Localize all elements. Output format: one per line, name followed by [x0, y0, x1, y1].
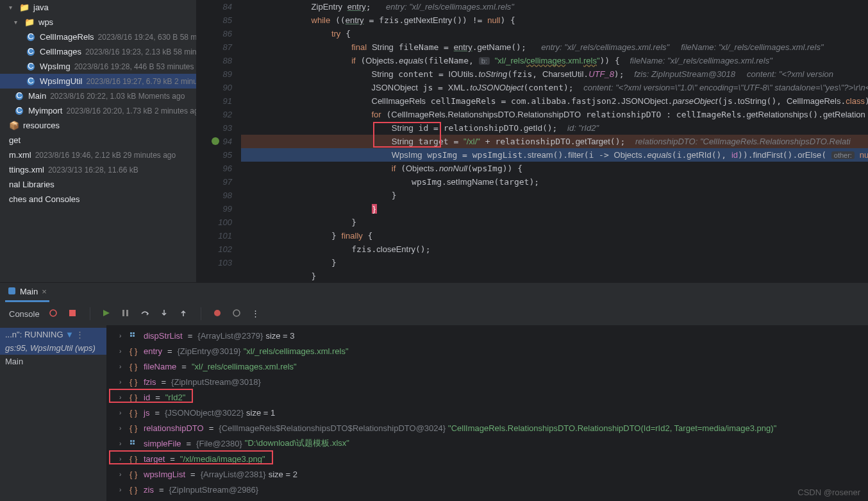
svg-rect-22	[133, 335, 135, 337]
folder-icon: 📁	[19, 3, 29, 13]
sidebar-item-ttingsxml[interactable]: ttings.xml 2023/3/13 16:28, 11.66 kB	[0, 162, 196, 177]
tab-main[interactable]: Main ×	[5, 283, 49, 302]
thread-row[interactable]: ...n": RUNNING ▼ ⋮	[0, 328, 106, 341]
expand-icon[interactable]: ›	[119, 425, 127, 432]
variable-row[interactable]: ›{ }wpsImgList = {ArrayList@2381} size =…	[106, 466, 868, 482]
frame-row[interactable]: gs:95, WpsImgUtil (wps)	[0, 341, 106, 355]
breakpoint-icon[interactable]	[213, 309, 223, 319]
var-name: dispStrList	[144, 331, 183, 341]
expand-icon[interactable]: ›	[119, 440, 127, 447]
sidebar-item-scratches[interactable]: ches and Consoles	[0, 192, 196, 207]
sidebar-item-wpsimgutil[interactable]: CWpsImgUtil 2023/8/16 19:27, 6.79 kB 2 m…	[0, 74, 196, 89]
expand-icon[interactable]: ›	[119, 455, 127, 463]
expand-icon[interactable]: ›	[119, 471, 127, 478]
bug-icon[interactable]	[49, 309, 59, 319]
var-type: {ZipInputStream@2986}	[169, 485, 258, 495]
resume-icon[interactable]	[102, 309, 112, 319]
sidebar-item-java[interactable]: ▾📁java	[0, 0, 196, 15]
variable-row[interactable]: ›simpleFile = {File@2380} "D:\download\试…	[106, 436, 868, 451]
sidebar-item-cellimagerels[interactable]: CCellImageRels 2023/8/16 19:24, 630 B 58…	[0, 30, 196, 44]
var-type-icon: { }	[129, 377, 141, 387]
variable-row[interactable]: ›{ }fileName = "xl/_rels/cellimages.xml.…	[106, 359, 868, 374]
run-icon	[8, 287, 16, 297]
expand-icon[interactable]: ›	[119, 486, 127, 493]
expand-icon[interactable]: ›	[119, 409, 127, 416]
var-type: {CellImageRels$RelationshipsDTO$Relation…	[219, 423, 446, 433]
svg-rect-12	[8, 287, 15, 294]
svg-rect-20	[133, 332, 135, 334]
svg-rect-26	[133, 443, 135, 445]
class-icon: C	[14, 91, 24, 101]
frames-panel[interactable]: ...n": RUNNING ▼ ⋮ gs:95, WpsImgUtil (wp…	[0, 325, 106, 501]
var-type-icon: { }	[129, 485, 141, 495]
variables-panel[interactable]: ›dispStrList = {ArrayList@2379} size = 3…	[106, 325, 868, 501]
expand-icon[interactable]: ›	[119, 348, 127, 355]
svg-rect-14	[69, 310, 76, 316]
variable-row[interactable]: ›{ }relationshipDTO = {CellImageRels$Rel…	[106, 420, 868, 436]
var-type: {ZipInputStream@3018}	[171, 377, 261, 387]
var-name: fzis	[144, 377, 156, 387]
step-over-icon[interactable]	[140, 309, 151, 319]
sidebar-item-wps[interactable]: ▾📁wps	[0, 15, 196, 30]
svg-point-18	[233, 310, 240, 316]
sidebar-item-resources[interactable]: 📦resources	[0, 118, 196, 133]
class-icon: C	[26, 62, 36, 72]
sidebar-item-main[interactable]: CMain 2023/8/16 20:22, 1.03 kB Moments a…	[0, 89, 196, 103]
stop-icon[interactable]	[68, 309, 78, 319]
svg-point-13	[50, 310, 56, 316]
svg-rect-24	[133, 440, 135, 442]
debug-tabs: Main ×	[0, 283, 868, 302]
var-name: js	[144, 408, 149, 418]
frame-row[interactable]: Main	[0, 355, 106, 368]
editor[interactable]: 8485868788899091929394959697989910010110…	[196, 0, 868, 282]
variable-row[interactable]: ›{ }zis = {ZipInputStream@2986}	[106, 482, 868, 497]
svg-rect-23	[130, 440, 132, 442]
expand-icon[interactable]: ›	[119, 378, 127, 386]
var-name: entry	[144, 346, 162, 356]
more-icon[interactable]: ⋮	[251, 309, 262, 319]
var-type-icon: { }	[129, 362, 141, 371]
variable-row[interactable]: ›{ }entry = {ZipEntry@3019} "xl/_rels/ce…	[106, 343, 868, 359]
variable-row[interactable]: ›{ }js = {JSONObject@3022} size = 1	[106, 405, 868, 420]
var-name: simpleFile	[144, 439, 181, 448]
variable-row[interactable]: ›dispStrList = {ArrayList@2379} size = 3	[106, 328, 868, 343]
class-icon: C	[26, 76, 36, 87]
filter-icon[interactable]: ▼	[65, 330, 74, 339]
code-area[interactable]: ZipEntry entry; entry: "xl/_rels/cellima…	[241, 0, 868, 282]
expand-icon[interactable]: ›	[119, 363, 127, 370]
svg-point-17	[214, 310, 221, 316]
var-value: size = 1	[246, 408, 275, 418]
pause-icon[interactable]	[121, 309, 131, 319]
sidebar-item-wpsimg[interactable]: CWpsImg 2023/8/16 19:28, 446 B 53 minute…	[0, 59, 196, 74]
variable-row[interactable]: ›{ }fzis = {ZipInputStream@3018}	[106, 374, 868, 389]
sidebar-item-myimport[interactable]: CMyimport 2023/8/16 20:20, 1.73 kB 2 min…	[0, 103, 196, 118]
var-value: size = 2	[269, 470, 297, 479]
var-value: "xl/_rels/cellimages.xml.rels"	[244, 346, 349, 356]
var-type-icon: { }	[129, 408, 141, 418]
var-value: size = 3	[265, 331, 294, 341]
var-name: target	[144, 454, 165, 464]
sidebar-item-libraries[interactable]: nal Libraries	[0, 177, 196, 192]
var-type-icon	[129, 331, 141, 340]
sidebar-item-cellimages[interactable]: CCellImages 2023/8/16 19:23, 2.13 kB 58 …	[0, 44, 196, 59]
close-icon[interactable]: ×	[42, 287, 47, 296]
sidebar-item-get[interactable]: get	[0, 133, 196, 148]
variable-row[interactable]: ›{ }target = "/xl/media/image3.png"	[106, 451, 868, 466]
console-label: Console	[9, 309, 40, 319]
var-type-icon: { }	[129, 346, 141, 356]
var-name: fileName	[144, 362, 176, 371]
var-type: {File@2380}	[196, 439, 242, 448]
expand-icon[interactable]: ›	[119, 394, 127, 401]
expand-icon[interactable]: ›	[119, 332, 127, 339]
gutter[interactable]: 8485868788899091929394959697989910010110…	[196, 0, 241, 282]
var-type-icon: { }	[129, 470, 141, 479]
step-out-icon[interactable]	[179, 309, 189, 319]
variable-row[interactable]: ›{ }id = "rId2"	[106, 389, 868, 405]
svg-rect-21	[130, 335, 132, 337]
sidebar-item-mxml[interactable]: m.xml 2023/8/16 19:46, 2.12 kB 29 minute…	[0, 148, 196, 162]
mute-breakpoints-icon[interactable]	[232, 309, 242, 319]
project-sidebar[interactable]: ▾📁java ▾📁wps CCellImageRels 2023/8/16 19…	[0, 0, 196, 282]
var-type: {JSONObject@3022}	[165, 408, 244, 418]
debug-toolbar: Console ⋮	[0, 302, 868, 325]
step-into-icon[interactable]	[160, 309, 170, 319]
